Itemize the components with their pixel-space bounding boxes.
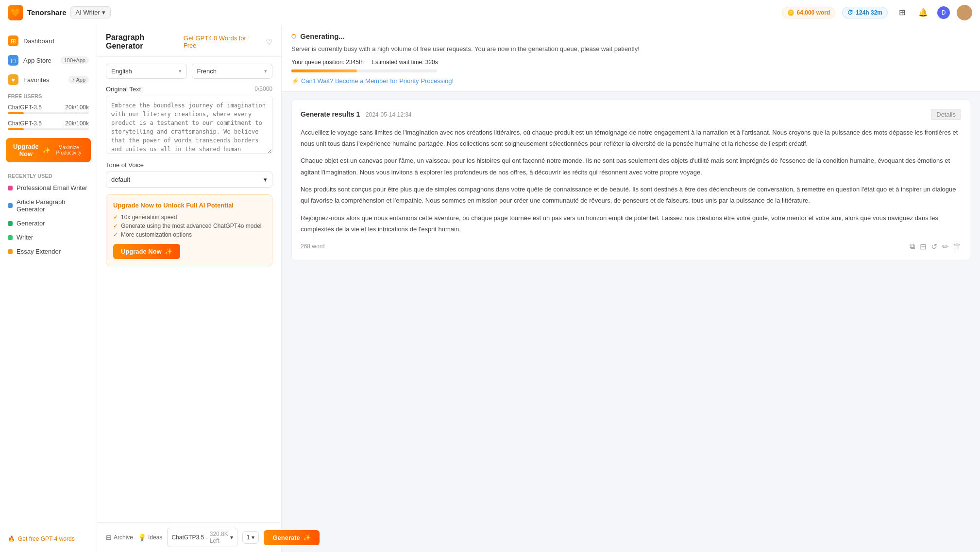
grid-icon[interactable]: ⊞ [895,5,909,20]
result-actions: ⧉ ⊟ ↺ ✏ 🗑 [910,242,961,251]
recent-item-essay[interactable]: Essay Extender [0,244,97,259]
result-header: Generate results 1 2024-05-14 12:34 Deta… [301,109,961,120]
results-area: Generate results 1 2024-05-14 12:34 Deta… [282,92,980,552]
tone-label: Tone of Voice [106,161,272,169]
notification-bell-icon[interactable]: 🔔 [916,5,930,20]
avatar[interactable] [957,5,972,20]
generating-title: Generating... [291,32,970,40]
language-row: English ▾ French ▾ [106,64,272,79]
char-count: 0/5000 [254,86,272,93]
recent-item-writer[interactable]: Writer [0,230,97,244]
result-date: 2024-05-14 12:34 [366,111,412,118]
priority-link[interactable]: ⚡ Can't Wait? Become a Member for Priori… [291,77,970,85]
word-count-badge: 🪙 64,000 word [782,7,836,18]
sidebar-item-dashboard[interactable]: ⊞ Dashboard [0,31,97,51]
panel-title: Paragraph Generator [106,33,184,51]
heart-icon[interactable]: ♡ [266,37,272,47]
model-arrow-icon: ▾ [230,534,233,541]
queue-progress-fill [291,69,357,72]
sidebar-favorites-label: Favorites [23,76,49,84]
generating-banner: Generating... Server is currently busy w… [282,25,980,92]
logo-text: Tenorshare [27,8,67,17]
original-text-input[interactable] [106,96,272,154]
upgrade-promo-button[interactable]: Upgrade Now ✨ [113,244,180,259]
result-text: Accueillez le voyage sans limites de l'i… [301,127,961,235]
header-left: 🧡 Tenorshare AI Writer ▾ [8,5,111,20]
count-arrow-icon: ▾ [252,534,254,541]
spinner-icon [291,34,296,39]
server-message: Server is currently busy with a high vol… [291,44,970,54]
target-lang-arrow-icon: ▾ [264,68,267,74]
queue-progress-bar [291,69,437,72]
ideas-icon: 💡 [138,534,146,541]
lightning-icon: ⚡ [291,77,299,85]
delete-icon[interactable]: 🗑 [953,242,961,251]
get-gpt-link[interactable]: Get GPT4.0 Words for Free [184,34,261,49]
recent-item-email-writer[interactable]: Professional Email Writer [0,181,97,195]
favorites-badge: 7 App [68,76,89,84]
main-layout: ⊞ Dashboard ◻ App Store 100+App ♥ Favori… [0,25,980,552]
archive-icon: ⊟ [106,534,112,541]
promo-item-2: ✓ More customization options [113,230,265,239]
appstore-icon: ◻ [8,55,18,66]
model1-usage: ChatGPT-3.5 20k/100k [0,101,97,117]
recent-dot-pink [8,186,13,190]
chevron-down-icon: ▾ [102,9,105,16]
copy-icon[interactable]: ⧉ [910,242,915,251]
sidebar-item-appstore[interactable]: ◻ App Store 100+App [0,51,97,70]
tone-select[interactable]: default ▾ [106,172,272,188]
queue-position: Your queue position: 2345th [291,59,364,66]
sidebar-item-favorites[interactable]: ♥ Favorites 7 App [0,70,97,89]
time-badge: ⏱ 124h 32m [842,7,888,18]
upgrade-promo-title: Upgrade Now to Unlock Full AI Potential [113,202,265,209]
upgrade-sparkle-icon: ✨ [165,248,172,255]
appstore-badge: 100+App [61,56,89,64]
right-panel: Generating... Server is currently busy w… [282,25,980,552]
check-icon-0: ✓ [113,214,118,221]
check-icon-2: ✓ [113,231,118,238]
promo-item-1: ✓ Generate using the most advanced ChatG… [113,222,265,230]
refresh-icon[interactable]: ↺ [931,242,937,251]
save-icon[interactable]: ⊟ [920,242,926,251]
clock-icon: ⏱ [847,9,853,16]
sidebar: ⊞ Dashboard ◻ App Store 100+App ♥ Favori… [0,25,97,552]
fire-icon: 🔥 [8,535,15,542]
sparkle-icon: ✨ [42,146,51,154]
recent-item-generator[interactable]: Generator [0,216,97,230]
panel-content: English ▾ French ▾ Original Text 0/5000 … [97,57,281,522]
details-button[interactable]: Details [931,109,961,120]
discord-icon[interactable]: D [937,6,950,19]
usage-bar-1 [8,112,89,114]
original-text-label: Original Text 0/5000 [106,86,272,93]
upgrade-promo-box: Upgrade Now to Unlock Full AI Potential … [106,194,272,266]
header-right: 🪙 64,000 word ⏱ 124h 32m ⊞ 🔔 D [782,5,972,20]
edit-icon[interactable]: ✏ [942,242,948,251]
source-language-select[interactable]: English ▾ [106,64,187,79]
free-users-section: Free users [0,89,97,101]
usage-bar-fill-1 [8,112,24,114]
upgrade-now-button[interactable]: Upgrade Now ✨ Maximize Productivity [6,138,91,162]
upgrade-promo-list: ✓ 10x generation speed ✓ Generate using … [113,213,265,239]
model-select[interactable]: ChatGTP3.5 - 320.8K Left ▾ [167,528,237,547]
archive-action[interactable]: ⊟ Archive [106,534,133,541]
recently-used-section: Recently Used [0,169,97,181]
dashboard-icon: ⊞ [8,35,18,46]
result-title: Generate results 1 [301,110,360,118]
model2-usage: ChatGPT-3.5 20k/100k [0,117,97,133]
ideas-action[interactable]: 💡 Ideas [138,534,162,541]
result-card-1: Generate results 1 2024-05-14 12:34 Deta… [291,100,970,260]
recent-item-paragraph-gen[interactable]: Article Paragraph Generator [0,195,97,216]
sidebar-bottom: 🔥 Get free GPT-4 words [0,532,97,546]
favorites-icon: ♥ [8,74,18,85]
gpt4-promo-link[interactable]: 🔥 Get free GPT-4 words [8,535,89,542]
source-lang-arrow-icon: ▾ [179,68,182,74]
header: 🧡 Tenorshare AI Writer ▾ 🪙 64,000 word ⏱… [0,0,980,25]
tone-arrow-icon: ▾ [264,176,267,183]
count-select[interactable]: 1 ▾ [242,531,259,544]
ai-writer-dropdown[interactable]: AI Writer ▾ [70,6,111,18]
target-language-select[interactable]: French ▾ [192,64,273,79]
check-icon-1: ✓ [113,223,118,229]
promo-item-0: ✓ 10x generation speed [113,213,265,222]
result-word-count: 268 word [301,243,324,250]
result-footer: 268 word ⧉ ⊟ ↺ ✏ 🗑 [301,242,961,251]
